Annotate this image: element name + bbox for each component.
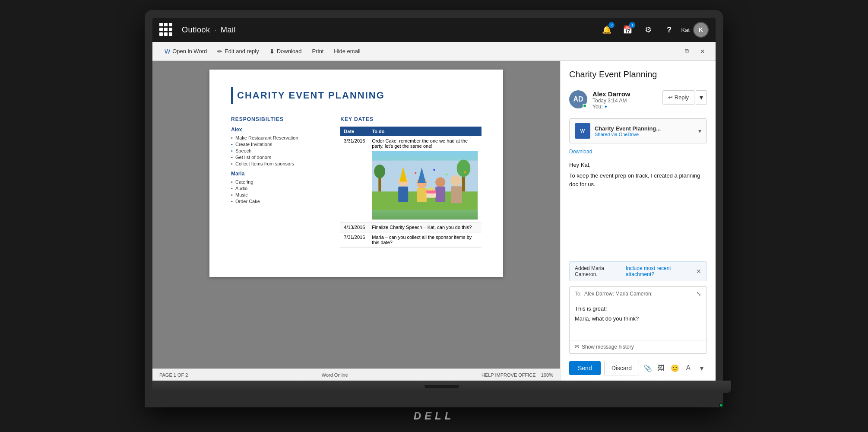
chevron-down-icon: ▾ <box>700 364 703 372</box>
email-body: Hey Kat, To keep the event prep on track… <box>561 158 716 258</box>
compose-to-field: To: Alex Darrow; Maria Cameron; ⤡ <box>570 287 706 301</box>
svg-rect-13 <box>417 188 427 202</box>
key-dates-heading: KEY DATES <box>340 116 482 122</box>
svg-point-21 <box>415 172 416 174</box>
send-button[interactable]: Send <box>569 361 601 375</box>
sender-name: Alex Darrow <box>592 90 657 98</box>
online-status-dot <box>583 104 587 108</box>
discard-button[interactable]: Discard <box>604 361 639 375</box>
close-button[interactable]: ✕ <box>697 45 709 57</box>
help-button[interactable]: ? <box>660 21 678 38</box>
reply-area: ↩ Reply ▾ <box>662 90 707 105</box>
download-icon: ⬇ <box>269 48 275 55</box>
task-item: Order Cake <box>231 199 332 204</box>
table-row: 4/13/2016 Finalize Charity Speech – Kat,… <box>340 222 482 232</box>
sender-info: Alex Darrow Today 3:14 AM You; ▾ <box>592 90 657 110</box>
text-format-icon: A <box>686 364 691 372</box>
calendar-badge: 1 <box>629 22 635 28</box>
include-attachment-link[interactable]: Include most recent attachment? <box>626 265 694 277</box>
calendar-button[interactable]: 📅 1 <box>619 21 636 38</box>
task-item: Speech <box>231 148 332 153</box>
app-name-label: Word Online <box>196 372 472 378</box>
banner-close-button[interactable]: ✕ <box>696 268 701 275</box>
print-button[interactable]: Print <box>307 45 329 57</box>
task-item: Collect Items from sponsors <box>231 161 332 166</box>
task-item: Music <box>231 192 332 197</box>
date-cell: 3/31/2016 <box>340 136 368 222</box>
to-expand-arrow[interactable]: ▾ <box>605 104 607 110</box>
task-item: Catering <box>231 179 332 184</box>
notifications-badge: 2 <box>608 22 615 28</box>
svg-rect-12 <box>398 187 408 202</box>
sender-avatar: AD <box>569 90 587 108</box>
dell-logo-text: DELL <box>414 410 455 422</box>
word-icon: W <box>165 48 170 55</box>
attachment-area: W Charity Event Planning... Shared via O… <box>569 118 707 143</box>
app-launcher-icon[interactable] <box>159 23 173 37</box>
person-name-alex: Alex <box>231 127 332 133</box>
dates-table: Date To do 3/31/2016 <box>340 127 482 248</box>
key-dates-column: KEY DATES Date To do <box>340 116 482 248</box>
sent-time: Today 3:14 AM <box>592 98 657 104</box>
svg-point-3 <box>374 165 386 178</box>
todo-cell: Order Cake, remember the one we had at t… <box>368 136 482 222</box>
reply-dropdown-button[interactable]: ▾ <box>696 90 707 105</box>
email-meta: AD Alex Darrow Today 3:14 AM You; ▾ <box>561 85 716 115</box>
notifications-button[interactable]: 🔔 2 <box>598 21 615 38</box>
attachment-item[interactable]: W Charity Event Planning... Shared via O… <box>569 118 707 143</box>
show-history-button[interactable]: ✉ Show message history <box>570 340 706 353</box>
svg-point-24 <box>464 172 466 173</box>
reply-compose-area: To: Alex Darrow; Maria Cameron; ⤡ This i… <box>569 286 707 354</box>
svg-rect-14 <box>436 187 446 202</box>
to-recipients: Alex Darrow; Maria Cameron; <box>584 291 653 297</box>
more-options-button[interactable]: ▾ <box>697 361 707 375</box>
svg-rect-18 <box>429 188 430 191</box>
task-item: Make Restaurant Reservation <box>231 135 332 140</box>
document-scroll-area[interactable]: CHARITY EVENT PLANNING RESPONSIBILTIES A… <box>152 61 560 368</box>
document-page: CHARITY EVENT PLANNING RESPONSIBILTIES A… <box>209 70 503 277</box>
chevron-down-icon: ▾ <box>700 94 703 101</box>
hide-email-button[interactable]: Hide email <box>329 45 365 57</box>
person-name-maria: Maria <box>231 171 332 177</box>
user-avatar[interactable]: K <box>693 22 709 38</box>
table-row: 7/31/2016 Maria – can you collect all th… <box>340 232 482 248</box>
added-person-banner: Added Maria Cameron. Include most recent… <box>569 261 707 281</box>
insert-image-button[interactable]: 🖼 <box>656 361 666 375</box>
document-header: CHARITY EVENT PLANNING <box>231 87 482 104</box>
user-name-label: Kat <box>681 27 690 33</box>
svg-point-23 <box>446 174 447 175</box>
attach-file-button[interactable]: 📎 <box>643 361 653 375</box>
attachment-download-link[interactable]: Download <box>569 149 707 155</box>
restore-button[interactable]: ⧉ <box>681 45 693 57</box>
document-toolbar: W Open in Word ✏ Edit and reply ⬇ Downlo… <box>152 42 716 61</box>
open-in-word-button[interactable]: W Open in Word <box>159 45 212 57</box>
party-scene-svg <box>372 151 478 219</box>
svg-point-22 <box>433 169 435 171</box>
svg-point-10 <box>436 177 446 187</box>
reply-button[interactable]: ↩ Reply <box>662 90 694 105</box>
emoji-button[interactable]: 🙂 <box>670 361 680 375</box>
help-zoom-label: HELP IMPROVE OFFICE 100% <box>482 372 553 378</box>
header-bar-decoration <box>231 87 233 104</box>
formatting-button[interactable]: A <box>683 361 693 375</box>
download-button[interactable]: ⬇ Download <box>264 45 307 57</box>
svg-rect-15 <box>451 186 462 203</box>
todo-column-header: To do <box>368 127 482 136</box>
app-title: Outlook · Mail <box>182 25 236 35</box>
email-panel: Charity Event Planning AD Alex Darrow To… <box>560 61 716 381</box>
attachment-expand-button[interactable]: ▾ <box>698 127 701 134</box>
word-attachment-icon: W <box>575 123 590 139</box>
edit-and-reply-button[interactable]: ✏ Edit and reply <box>212 45 264 57</box>
settings-button[interactable]: ⚙ <box>640 21 657 38</box>
laptop-base <box>152 381 731 393</box>
attachment-name: Charity Event Planning... <box>595 125 694 132</box>
pencil-icon: ✏ <box>217 48 222 55</box>
date-cell: 7/31/2016 <box>340 232 368 248</box>
restore-icon: ⧉ <box>685 48 689 55</box>
email-content: To keep the event prep on track, I creat… <box>569 172 707 188</box>
date-column-header: Date <box>340 127 368 136</box>
task-item: Get list of donors <box>231 155 332 160</box>
compose-body[interactable]: This is great! Maria, what do you think? <box>570 301 706 340</box>
compose-expand-button[interactable]: ⤡ <box>696 290 701 297</box>
emoji-icon: 🙂 <box>671 364 679 372</box>
